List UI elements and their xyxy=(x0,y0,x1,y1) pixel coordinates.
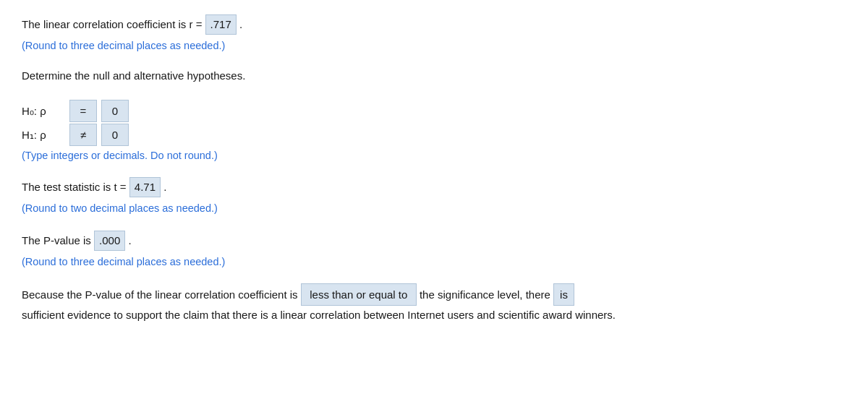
test-statistic-line: The test statistic is t = 4.71 . xyxy=(22,177,846,197)
t-value-box[interactable]: 4.71 xyxy=(129,177,161,197)
conclusion-part2: the significance level, there xyxy=(417,288,553,301)
test-statistic-end: . xyxy=(161,181,166,193)
h0-value-box[interactable]: 0 xyxy=(101,100,129,122)
h1-value-box[interactable]: 0 xyxy=(101,124,129,146)
h0-label: H₀: ρ xyxy=(22,101,65,121)
correlation-intro: The linear correlation coefficient is r … xyxy=(22,18,205,30)
conclusion-part1: Because the P-value of the linear correl… xyxy=(22,288,301,301)
p-value-box[interactable]: .000 xyxy=(94,231,125,251)
p-value-end: . xyxy=(125,234,131,246)
hypotheses-hint: (Type integers or decimals. Do not round… xyxy=(22,147,846,164)
h1-row: H₁: ρ ≠ 0 xyxy=(22,124,846,146)
r-value-box[interactable]: .717 xyxy=(205,14,237,35)
p-value-line: The P-value is .000 . xyxy=(22,231,846,251)
correlation-end: . xyxy=(237,18,242,30)
correlation-line: The linear correlation coefficient is r … xyxy=(22,14,846,35)
hypotheses-intro: Determine the null and alternative hypot… xyxy=(22,67,846,85)
h0-symbol-box[interactable]: = xyxy=(69,100,97,122)
h1-symbol-box[interactable]: ≠ xyxy=(69,124,97,146)
test-statistic-intro: The test statistic is t = xyxy=(22,181,129,193)
test-statistic-hint: (Round to two decimal places as needed.) xyxy=(22,200,846,217)
correlation-hint: (Round to three decimal places as needed… xyxy=(22,38,846,54)
p-value-hint: (Round to three decimal places as needed… xyxy=(22,254,846,270)
comparison-dropdown[interactable]: less than or equal to xyxy=(301,283,417,306)
correlation-section: The linear correlation coefficient is r … xyxy=(22,14,846,54)
h0-row: H₀: ρ = 0 xyxy=(22,100,846,122)
conclusion-section: Because the P-value of the linear correl… xyxy=(22,283,846,325)
test-statistic-section: The test statistic is t = 4.71 . (Round … xyxy=(22,177,846,217)
hypotheses-section: Determine the null and alternative hypot… xyxy=(22,67,846,164)
conclusion-dropdown2[interactable]: is xyxy=(553,283,574,306)
h1-label: H₁: ρ xyxy=(22,125,65,145)
conclusion-line2: sufficient evidence to support the claim… xyxy=(22,306,846,325)
conclusion-line1: Because the P-value of the linear correl… xyxy=(22,283,846,306)
p-value-intro: The P-value is xyxy=(22,234,94,246)
p-value-section: The P-value is .000 . (Round to three de… xyxy=(22,231,846,270)
